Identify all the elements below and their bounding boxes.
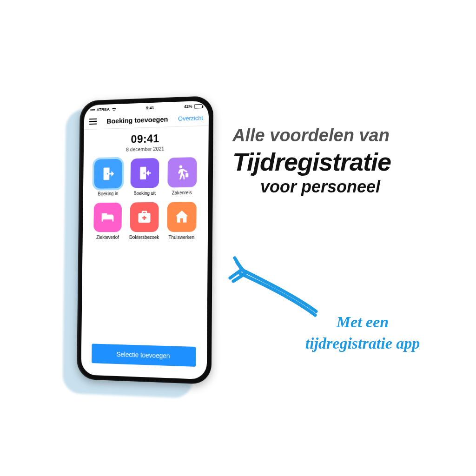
page-title: Boeking toevoegen [106,115,168,125]
door-out-icon [130,158,159,188]
svg-point-0 [179,165,182,169]
carrier-label: ATREA [97,107,110,112]
tile-house[interactable]: Thuiswerken [165,202,198,240]
door-in-icon [94,159,123,189]
overview-link[interactable]: Overzicht [178,114,203,122]
house-icon [167,202,196,232]
clock-block: 09:41 8 december 2021 [84,126,209,160]
menu-icon[interactable] [89,119,97,125]
headline-line3: voor personeel [232,177,465,197]
battery-icon [194,104,202,108]
wifi-icon [112,107,117,111]
caption-line2: tijdregistratie app [260,333,465,354]
tile-grid: Boeking inBoeking uitZakenreisZiekteverl… [83,157,209,240]
tile-label: Thuiswerken [165,235,198,240]
statusbar-time: 9:41 [146,106,154,111]
tile-label: Boeking in [93,191,124,197]
handwritten-caption: Met een tijdregistratie app [260,311,465,354]
headline-line1: Alle voordelen van [232,126,465,145]
tile-bed[interactable]: Ziekteverlof [92,203,123,240]
tile-label: Zakenreis [166,190,198,196]
tile-door-in[interactable]: Boeking in [93,159,124,197]
clock-time: 09:41 [84,131,209,147]
tile-door-out[interactable]: Boeking uit [129,158,161,196]
signal-dots-icon: ••••• [90,108,95,112]
battery-pct: 42% [184,104,192,109]
phone-screen: ••••• ATREA 9:41 42% Boeking toevoegen [81,100,209,379]
phone-frame: ••••• ATREA 9:41 42% Boeking toevoegen [77,96,213,384]
tile-label: Boeking uit [129,191,160,196]
tile-label: Ziekteverlof [92,235,123,240]
tile-label: Doktersbezoek [128,235,160,240]
bed-icon [94,203,122,232]
marketing-headline: Alle voordelen van Tijdregistratie voor … [232,126,465,197]
svg-rect-1 [185,173,188,177]
tile-traveler[interactable]: Zakenreis [166,157,198,196]
headline-line2: Tijdregistratie [232,147,465,176]
traveler-icon [167,157,197,188]
medkit-icon [130,202,159,232]
caption-line1: Met een [260,311,465,333]
tile-medkit[interactable]: Doktersbezoek [128,202,160,240]
add-selection-button[interactable]: Selectie toevoegen [92,344,196,367]
